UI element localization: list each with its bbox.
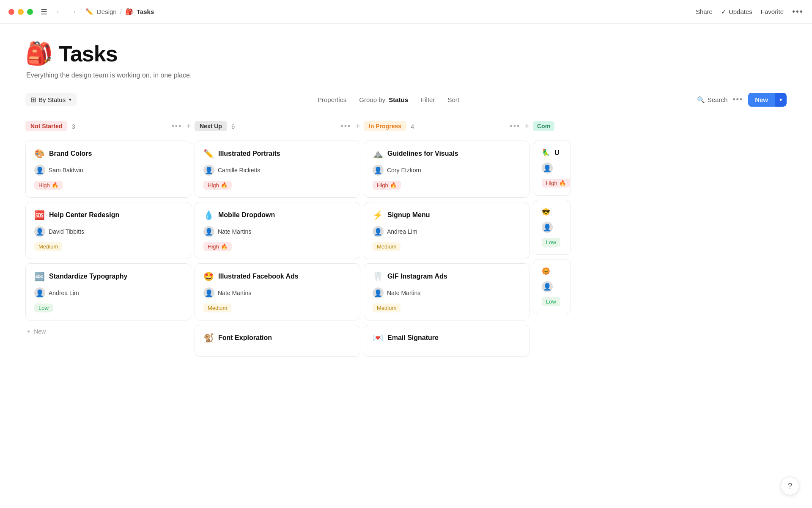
new-button[interactable]: New (748, 93, 775, 107)
favorite-button[interactable]: Favorite (761, 8, 784, 15)
avatar: 👤 (34, 287, 45, 298)
card-title-text: GIF Instagram Ads (387, 273, 447, 280)
col-more-icon[interactable]: ••• (340, 122, 351, 131)
card-icon: 😡 (542, 267, 550, 275)
priority-badge: High 🔥 (34, 181, 63, 190)
priority-emoji: 🔥 (559, 180, 566, 186)
hamburger-icon[interactable]: ☰ (41, 7, 47, 17)
card-guidelines-visuals[interactable]: ⛰️ Guidelines for Visuals 👤 Cory Etzkorn… (364, 141, 529, 198)
more-options-button[interactable]: ••• (792, 7, 804, 17)
new-dropdown-button[interactable]: ▾ (775, 93, 787, 107)
priority-emoji: 🔥 (221, 182, 228, 188)
card-icon: 😎 (542, 208, 550, 216)
card-illustrated-portraits[interactable]: ✏️ Illustrated Portraits 👤 Camille Ricke… (195, 141, 360, 198)
priority-label: Low (38, 305, 49, 311)
card-standardize-typography[interactable]: 🔤 Standardize Typography 👤 Andrea Lim Lo… (25, 263, 191, 320)
close-button[interactable] (8, 9, 14, 15)
pencil-icon: ✏️ (85, 8, 93, 16)
card-title-text: Help Center Redesign (49, 211, 119, 219)
card-icon: ⛰️ (373, 149, 383, 159)
card-complete-1[interactable]: 🦜 U 👤 High 🔥 (533, 141, 571, 196)
col-actions-next-up: ••• + (340, 121, 360, 131)
card-complete-2[interactable]: 😎 👤 Low (533, 200, 571, 255)
col-more-icon[interactable]: ••• (510, 122, 520, 131)
card-icon: 🐒 (203, 333, 214, 343)
toolbar-right: 🔍 Search ••• New ▾ (697, 93, 787, 107)
card-person: 👤 Nate Martins (203, 287, 351, 298)
priority-badge: High 🔥 (203, 242, 232, 251)
check-icon: ✓ (721, 8, 727, 16)
avatar: 👤 (542, 163, 553, 174)
toolbar-more-button[interactable]: ••• (732, 95, 743, 104)
card-font-exploration[interactable]: 🐒 Font Exploration (195, 325, 360, 357)
priority-label: High (377, 182, 388, 188)
minimize-button[interactable] (18, 9, 24, 15)
view-selector[interactable]: ⊞ By Status ▾ (25, 93, 77, 106)
priority-emoji: 🔥 (221, 243, 228, 250)
maximize-button[interactable] (27, 9, 33, 15)
new-button-group: New ▾ (748, 93, 787, 107)
card-email-signature[interactable]: 💌 Email Signature (364, 325, 529, 357)
column-next-up: Next Up 6 ••• + ✏️ Illustrated Portraits… (195, 119, 364, 361)
status-badge-in-progress: In Progress (364, 121, 406, 131)
add-new-not-started[interactable]: + New (25, 325, 191, 338)
card-mobile-dropdown[interactable]: 💧 Mobile Dropdown 👤 Nate Martins High 🔥 (195, 202, 360, 259)
card-help-center[interactable]: 🆘 Help Center Redesign 👤 David Tibbitts … (25, 202, 191, 259)
group-by-label: Group by (359, 96, 385, 103)
card-icon: ⚡ (373, 210, 383, 220)
share-button[interactable]: Share (696, 8, 713, 15)
card-brand-colors[interactable]: 🎨 Brand Colors 👤 Sam Baldwin High 🔥 (25, 141, 191, 198)
priority-label: High (38, 182, 50, 188)
page-title: Tasks (59, 41, 118, 66)
priority-badge: Medium (203, 304, 231, 312)
card-title-text: Standardize Typography (49, 273, 128, 280)
card-icon: 🦜 (542, 149, 550, 157)
back-button[interactable]: ← (53, 7, 65, 17)
card-title-text: U (554, 149, 560, 157)
priority-badge: Medium (373, 304, 401, 312)
card-title-text: Illustrated Portraits (218, 150, 280, 157)
search-icon: 🔍 (697, 96, 705, 104)
col-add-icon[interactable]: + (186, 121, 191, 131)
sort-button[interactable]: Sort (445, 94, 462, 105)
card-gif-instagram-ads[interactable]: 🦷 GIF Instagram Ads 👤 Nate Martins Mediu… (364, 263, 529, 320)
properties-button[interactable]: Properties (315, 94, 349, 105)
card-signup-menu[interactable]: ⚡ Signup Menu 👤 Andrea Lim Medium (364, 202, 529, 259)
card-title: ⛰️ Guidelines for Visuals (373, 149, 521, 159)
forward-button[interactable]: → (68, 7, 80, 17)
card-complete-3[interactable]: 😡 👤 Low (533, 259, 571, 314)
person-name: Andrea Lim (49, 290, 79, 296)
breadcrumb-icon: 🎒 (125, 8, 133, 16)
card-icon: 💌 (373, 333, 383, 343)
status-badge-not-started: Not Started (25, 121, 67, 131)
column-not-started: Not Started 3 ••• + 🎨 Brand Colors 👤 Sam… (25, 119, 195, 361)
updates-button[interactable]: ✓ Updates (721, 8, 752, 16)
col-actions-not-started: ••• + (171, 121, 191, 131)
group-by-button[interactable]: Group by Status (357, 94, 411, 105)
breadcrumb-parent[interactable]: Design (97, 8, 117, 15)
card-person: 👤 Cory Etzkorn (373, 165, 521, 176)
help-button[interactable]: ? (781, 477, 799, 495)
col-add-icon[interactable]: + (355, 121, 360, 131)
col-add-icon[interactable]: + (524, 121, 529, 131)
card-title: 🎨 Brand Colors (34, 149, 182, 159)
priority-label: Medium (38, 243, 58, 250)
col-more-icon[interactable]: ••• (171, 122, 182, 131)
card-person: 👤 David Tibbitts (34, 226, 182, 237)
card-person: 👤 Sam Baldwin (34, 165, 182, 176)
filter-button[interactable]: Filter (418, 94, 437, 105)
avatar: 👤 (373, 165, 384, 176)
col-actions-in-progress: ••• + (510, 121, 529, 131)
priority-badge: High 🔥 (203, 181, 232, 190)
view-label: By Status (38, 96, 66, 103)
card-title-text: Mobile Dropdown (218, 211, 275, 219)
priority-badge: Low (542, 297, 560, 306)
card-person: 👤 (542, 222, 562, 233)
priority-badge: High 🔥 (542, 179, 570, 188)
card-illustrated-fb-ads[interactable]: 🤩 Illustrated Facebook Ads 👤 Nate Martin… (195, 263, 360, 320)
card-icon: ✏️ (203, 149, 214, 159)
group-by-value: Status (389, 96, 408, 103)
card-title: 💌 Email Signature (373, 333, 521, 343)
col-count-in-progress: 4 (411, 123, 414, 130)
search-button[interactable]: 🔍 Search (697, 96, 728, 104)
